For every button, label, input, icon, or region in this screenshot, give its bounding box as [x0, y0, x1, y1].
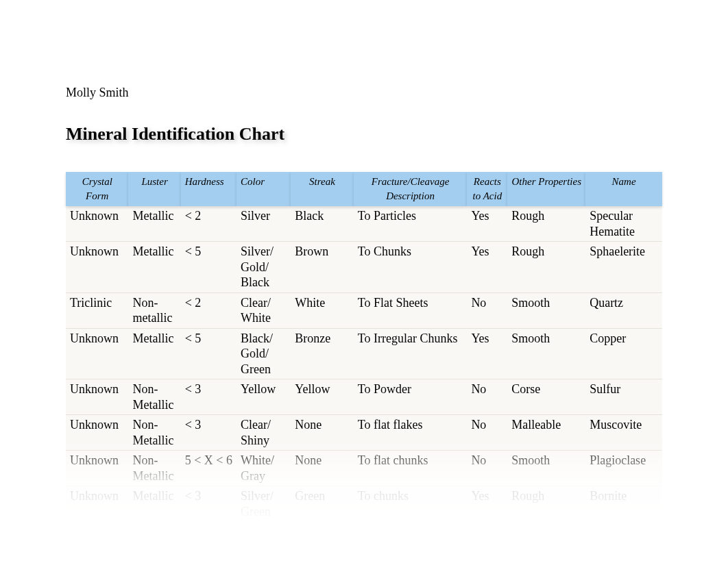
table-cell: Yes [467, 206, 507, 242]
table-cell: Silver/ Green [236, 486, 291, 522]
table-cell: < 3 [181, 379, 236, 415]
table-cell: Silver/ Gold/ Black [236, 242, 291, 293]
table-cell: 5 < X < 6 [181, 451, 236, 486]
col-name: Name [585, 172, 662, 206]
table-row: UnknownNon-Metallic< 3YellowYellowTo Pow… [66, 379, 662, 415]
col-color: Color [236, 172, 291, 206]
table-wrapper: Crystal Form Luster Hardness Color Strea… [66, 172, 662, 522]
col-streak: Streak [291, 172, 353, 206]
table-row: UnknownNon-Metallic5 < X < 6White/ GrayN… [66, 451, 662, 486]
table-cell: Unknown [66, 206, 128, 242]
table-cell: To flat chunks [354, 451, 468, 486]
table-cell: Smooth [507, 451, 585, 486]
table-cell: Rough [507, 242, 585, 293]
table-cell: Clear/ White [236, 292, 291, 328]
col-luster: Luster [128, 172, 180, 206]
table-cell: Unknown [66, 451, 128, 486]
table-cell: Metallic [128, 486, 180, 522]
table-cell: Yes [467, 328, 507, 379]
mineral-table: Crystal Form Luster Hardness Color Strea… [66, 172, 662, 522]
table-row: UnknownMetallic< 3Silver/ GreenGreenTo c… [66, 486, 662, 522]
table-cell: Black/ Gold/ Green [236, 328, 291, 379]
table-cell: Non-Metallic [128, 379, 180, 415]
table-cell: Triclinic [66, 292, 128, 328]
table-cell: < 3 [181, 486, 236, 522]
table-cell: Metallic [128, 206, 180, 242]
table-cell: Malleable [507, 415, 585, 451]
table-cell: To flat flakes [354, 415, 468, 451]
table-cell: < 3 [181, 415, 236, 451]
table-cell: To Chunks [354, 242, 468, 293]
table-cell: Yes [467, 486, 507, 522]
table-cell: Sphaelerite [585, 242, 662, 293]
page-title: Mineral Identification Chart [66, 124, 662, 145]
table-cell: None [291, 451, 353, 486]
table-cell: Unknown [66, 242, 128, 293]
table-cell: Non-metallic [128, 292, 180, 328]
table-cell: Black [291, 206, 353, 242]
table-cell: No [467, 292, 507, 328]
table-cell: Unknown [66, 328, 128, 379]
table-cell: Non-Metallic [128, 415, 180, 451]
col-reacts: Reacts to Acid [467, 172, 507, 206]
table-cell: < 5 [181, 242, 236, 293]
table-cell: White/ Gray [236, 451, 291, 486]
table-cell: None [291, 415, 353, 451]
table-row: UnknownMetallic< 2SilverBlackTo Particle… [66, 206, 662, 242]
table-cell: Non-Metallic [128, 451, 180, 486]
table-cell: Green [291, 486, 353, 522]
table-cell: To Particles [354, 206, 468, 242]
table-cell: Brown [291, 242, 353, 293]
table-cell: < 5 [181, 328, 236, 379]
col-hardness: Hardness [181, 172, 236, 206]
table-cell: Copper [585, 328, 662, 379]
table-cell: < 2 [181, 292, 236, 328]
table-cell: Unknown [66, 486, 128, 522]
table-cell: Bronze [291, 328, 353, 379]
table-cell: Plagioclase [585, 451, 662, 486]
table-cell: Yes [467, 242, 507, 293]
table-row: TriclinicNon-metallic< 2Clear/ WhiteWhit… [66, 292, 662, 328]
table-cell: To Flat Sheets [354, 292, 468, 328]
col-other: Other Properties [507, 172, 585, 206]
table-cell: Sulfur [585, 379, 662, 415]
table-cell: Unknown [66, 415, 128, 451]
table-cell: < 2 [181, 206, 236, 242]
table-cell: No [467, 451, 507, 486]
table-cell: To Powder [354, 379, 468, 415]
table-cell: Metallic [128, 242, 180, 293]
table-cell: White [291, 292, 353, 328]
author-name: Molly Smith [66, 86, 662, 100]
table-cell: Yellow [291, 379, 353, 415]
table-cell: Silver [236, 206, 291, 242]
table-cell: No [467, 415, 507, 451]
col-fracture: Fracture/Cleavage Description [354, 172, 468, 206]
table-row: UnknownNon-Metallic< 3Clear/ ShinyNoneTo… [66, 415, 662, 451]
table-cell: Specular Hematite [585, 206, 662, 242]
table-cell: Muscovite [585, 415, 662, 451]
table-cell: Rough [507, 486, 585, 522]
table-cell: No [467, 379, 507, 415]
table-cell: Rough [507, 206, 585, 242]
table-cell: Unknown [66, 379, 128, 415]
table-row: UnknownMetallic< 5Black/ Gold/ GreenBron… [66, 328, 662, 379]
table-cell: To Irregular Chunks [354, 328, 468, 379]
col-crystal-form: Crystal Form [66, 172, 128, 206]
table-row: UnknownMetallic< 5Silver/ Gold/ BlackBro… [66, 242, 662, 293]
table-cell: To chunks [354, 486, 468, 522]
table-cell: Corse [507, 379, 585, 415]
table-header-row: Crystal Form Luster Hardness Color Strea… [66, 172, 662, 206]
table-cell: Quartz [585, 292, 662, 328]
table-cell: Yellow [236, 379, 291, 415]
table-cell: Smooth [507, 292, 585, 328]
table-cell: Bornite [585, 486, 662, 522]
table-cell: Smooth [507, 328, 585, 379]
table-cell: Clear/ Shiny [236, 415, 291, 451]
table-cell: Metallic [128, 328, 180, 379]
